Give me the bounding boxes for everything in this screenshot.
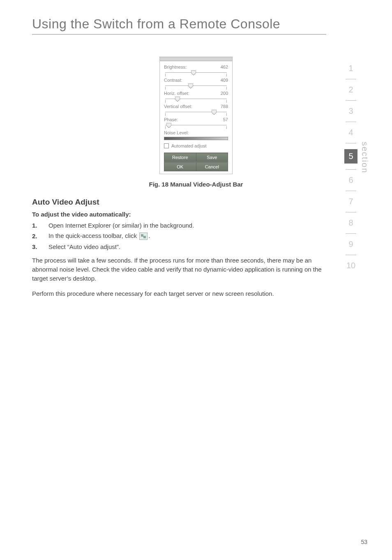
cancel-button[interactable]: Cancel (196, 162, 228, 171)
steps-list: 1. Open Internet Explorer (or similar) i… (32, 222, 326, 250)
step-text: In the quick-access toolbar, click . (48, 232, 150, 240)
section-tab-6[interactable]: 6 (344, 171, 357, 189)
slider-track[interactable] (165, 70, 227, 75)
slider-track[interactable] (165, 97, 227, 101)
step-text: Open Internet Explorer (or similar) in t… (48, 222, 194, 229)
noise-level-bar (164, 137, 228, 140)
section-tab-divider (346, 255, 356, 255)
slider-thumb[interactable] (212, 110, 216, 115)
step-text-pre: In the quick-access toolbar, click (48, 232, 138, 239)
slider-thumb[interactable] (167, 123, 171, 128)
page-title: Using the Switch from a Remote Console (32, 16, 392, 32)
page-number: 53 (361, 539, 367, 545)
section-tab-2[interactable]: 2 (344, 81, 357, 99)
automated-adjust-label: Automated adjust (171, 143, 207, 148)
automated-adjust-checkbox[interactable] (164, 143, 169, 148)
section-tab-divider (346, 191, 356, 191)
noise-level-block: Noise Level: (164, 130, 228, 140)
body-paragraph: The process will take a few seconds. If … (32, 256, 326, 283)
slider-label: Horiz. offset: (164, 91, 189, 96)
ok-button[interactable]: OK (164, 162, 196, 171)
section-tab-5[interactable]: 5 (344, 145, 357, 168)
step-number: 3. (32, 243, 40, 250)
slider-label: Brightness: (164, 65, 187, 69)
section-side-nav: 12345678910 section (344, 60, 370, 274)
section-tab-divider (346, 169, 356, 170)
step-number: 1. (32, 222, 40, 229)
section-tab-4[interactable]: 4 (344, 124, 357, 141)
automated-adjust-row[interactable]: Automated adjust (164, 143, 228, 148)
auto-video-heading: Auto Video Adjust (32, 198, 392, 207)
slider-value: 57 (223, 117, 228, 122)
list-item: 2. In the quick-access toolbar, click . (32, 232, 326, 240)
slider-value: 409 (221, 78, 228, 83)
slider-thumb[interactable] (191, 70, 196, 75)
slider-thumb[interactable] (175, 97, 180, 101)
slider-value: 462 (221, 65, 228, 69)
slider-row: Phase:57 (164, 117, 228, 128)
body-paragraph: Perform this procedure where necessary f… (32, 289, 326, 298)
section-tab-1[interactable]: 1 (344, 60, 357, 77)
slider-row: Vertical offset:788 (164, 104, 228, 115)
slider-label: Contrast: (164, 78, 182, 83)
section-vertical-label: section (360, 142, 369, 173)
title-rule (32, 34, 326, 35)
section-tab-3[interactable]: 3 (344, 102, 357, 120)
section-tab-divider (346, 233, 356, 234)
panel-button-row-2: OK Cancel (164, 162, 228, 171)
to-adjust-heading: To adjust the video automatically: (32, 211, 392, 218)
slider-row: Horiz. offset:200 (164, 91, 228, 101)
step-text: Select “Auto video adjust”. (48, 243, 120, 250)
section-tab-divider (346, 100, 356, 101)
slider-row: Contrast:409 (164, 78, 228, 88)
slider-track[interactable] (165, 110, 227, 115)
section-tab-divider (346, 79, 356, 79)
slider-thumb[interactable] (188, 83, 193, 88)
slider-value: 200 (221, 91, 228, 96)
section-tab-7[interactable]: 7 (344, 193, 357, 210)
step-text-post: . (148, 232, 150, 239)
list-item: 1. Open Internet Explorer (or similar) i… (32, 222, 326, 229)
panel-body: Brightness:462Contrast:409Horiz. offset:… (160, 61, 232, 174)
step-number: 2. (32, 233, 40, 240)
section-tab-divider (346, 212, 356, 212)
restore-button[interactable]: Restore (164, 153, 196, 162)
section-number-column: 12345678910 (344, 60, 357, 274)
panel-titlebar (160, 57, 232, 61)
toolbar-icon (139, 233, 148, 240)
section-tab-divider (346, 122, 356, 122)
section-tab-9[interactable]: 9 (344, 235, 357, 253)
slider-label: Vertical offset: (164, 104, 192, 109)
list-item: 3. Select “Auto video adjust”. (32, 243, 326, 250)
save-button[interactable]: Save (196, 153, 228, 162)
slider-value: 788 (221, 104, 228, 109)
figure-caption: Fig. 18 Manual Video-Adjust Bar (0, 181, 392, 188)
slider-label: Phase: (164, 117, 178, 122)
panel-button-row-1: Restore Save (164, 152, 228, 162)
video-adjust-panel: Brightness:462Contrast:409Horiz. offset:… (159, 57, 233, 174)
slider-track[interactable] (165, 83, 227, 88)
noise-level-label: Noise Level: (164, 130, 228, 135)
slider-track[interactable] (165, 123, 227, 128)
section-tab-8[interactable]: 8 (344, 214, 357, 232)
section-tab-divider (346, 143, 356, 143)
slider-row: Brightness:462 (164, 65, 228, 75)
section-tab-10[interactable]: 10 (344, 257, 357, 274)
